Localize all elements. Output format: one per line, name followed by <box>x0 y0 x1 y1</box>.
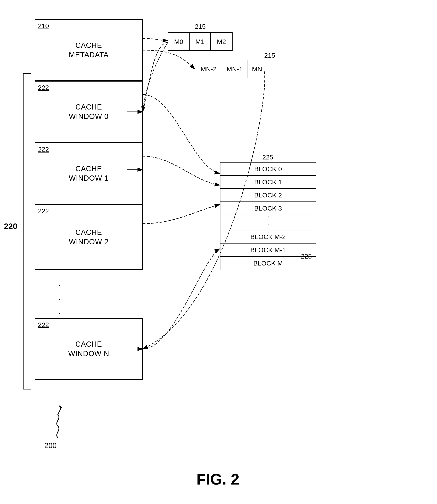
dots-area: ... <box>58 276 60 318</box>
meta-m1: M1 <box>189 33 211 50</box>
block-2: BLOCK 2 <box>220 189 316 202</box>
meta-m0: M0 <box>168 33 189 50</box>
block-dots: ... <box>220 215 316 230</box>
cache-window-1-label: CACHEWINDOW 1 <box>69 164 109 183</box>
ref-222-n: 222 <box>38 321 49 328</box>
ref-222-0: 222 <box>38 84 49 91</box>
ref-225-top: 225 <box>262 153 273 161</box>
cache-window-n-label: CACHEWINDOW N <box>68 339 109 359</box>
ref-215-top: 215 <box>195 23 206 30</box>
squiggle-arrow <box>39 399 77 442</box>
metadata-bot: MN-2 MN-1 MN <box>195 60 267 78</box>
ref-222-2: 222 <box>38 207 49 215</box>
ref-225-bot: 225 <box>301 253 312 260</box>
block-0: BLOCK 0 <box>220 163 316 176</box>
cache-window-2-box: 222 CACHEWINDOW 2 <box>35 204 143 270</box>
ref-222-1: 222 <box>38 146 49 153</box>
cache-window-0-box: 222 CACHEWINDOW 0 <box>35 81 143 143</box>
diagram: 210 CACHEMETADATA 222 CACHEWINDOW 0 222 … <box>0 0 437 504</box>
cache-window-n-box: 222 CACHEWINDOW N <box>35 318 143 380</box>
ref-200: 200 <box>44 442 57 450</box>
block-1: BLOCK 1 <box>220 176 316 189</box>
cache-metadata-label: CACHEMETADATA <box>69 41 109 60</box>
metadata-top: M0 M1 M2 <box>168 32 233 51</box>
cache-window-2-label: CACHEWINDOW 2 <box>69 228 109 247</box>
bracket-220 <box>11 73 39 389</box>
label-220: 220 <box>4 222 17 231</box>
meta-mn: MN <box>248 60 267 78</box>
meta-m2: M2 <box>211 33 232 50</box>
cache-window-0-label: CACHEWINDOW 0 <box>69 102 109 121</box>
cache-metadata-box: 210 CACHEMETADATA <box>35 19 143 81</box>
ref-210: 210 <box>38 22 49 30</box>
cache-window-1-box: 222 CACHEWINDOW 1 <box>35 143 143 204</box>
meta-mn1: MN-1 <box>222 60 248 78</box>
ref-215-bot: 215 <box>264 52 275 59</box>
meta-mn2: MN-2 <box>195 60 222 78</box>
fig-label: FIG. 2 <box>170 470 266 488</box>
svg-marker-5 <box>59 405 62 410</box>
